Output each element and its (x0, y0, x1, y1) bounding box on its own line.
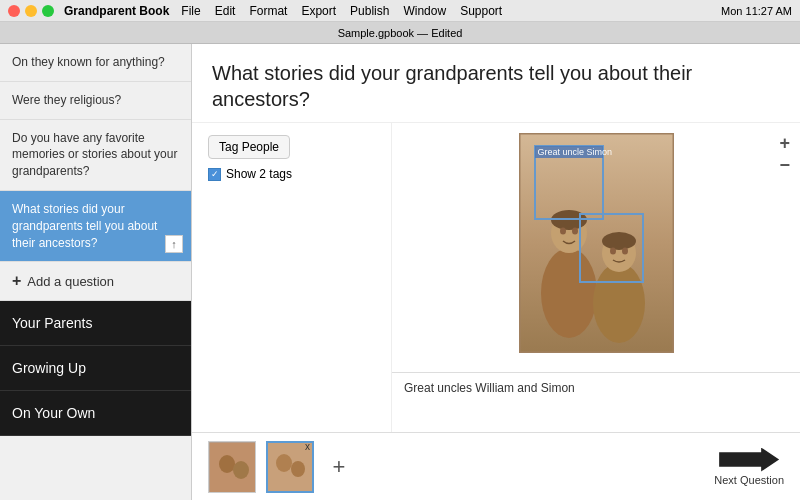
sidebar-question-4[interactable]: What stories did your grandparents tell … (0, 191, 191, 262)
content-area: What stories did your grandparents tell … (192, 44, 800, 500)
content-right-panel: + − (392, 123, 800, 432)
menu-window[interactable]: Window (403, 4, 446, 18)
menu-support[interactable]: Support (460, 4, 502, 18)
caption-area[interactable]: Great uncles William and Simon (392, 372, 800, 432)
tag-box-1: Great uncle Simon (534, 145, 604, 220)
upload-icon[interactable]: ↑ (165, 235, 183, 253)
svg-point-5 (560, 228, 566, 235)
next-arrow-icon (719, 448, 779, 472)
svg-point-15 (233, 461, 249, 479)
thumbnail-1-img (209, 442, 256, 493)
add-question-label: Add a question (27, 274, 114, 289)
time-display: Mon 11:27 AM (721, 5, 792, 17)
show-tags-label: Show 2 tags (226, 167, 292, 181)
sidebar-section-growing-up[interactable]: Growing Up (0, 346, 191, 391)
tag-box-2 (579, 213, 644, 283)
remove-tag-button[interactable]: − (779, 155, 790, 176)
show-tags-checkbox[interactable]: ✓ (208, 168, 221, 181)
next-question-label: Next Question (714, 474, 784, 486)
main-area: On they known for anything? Were they re… (0, 44, 800, 500)
next-question-button[interactable]: Next Question (714, 448, 784, 486)
content-left-panel: Tag People ✓ Show 2 tags (192, 123, 392, 432)
menubar-right: Mon 11:27 AM (721, 5, 792, 17)
add-question-button[interactable]: + Add a question (0, 262, 191, 301)
sidebar-question-1[interactable]: On they known for anything? (0, 44, 191, 82)
sidebar-section-on-your-own[interactable]: On Your Own (0, 391, 191, 436)
thumbnail-close-icon[interactable]: x (305, 441, 310, 452)
menubar: Grandparent Book File Edit Format Export… (0, 0, 800, 22)
menu-export[interactable]: Export (301, 4, 336, 18)
menu-format[interactable]: Format (249, 4, 287, 18)
sidebar-question-2[interactable]: Were they religious? (0, 82, 191, 120)
bottom-strip: x + Next Question (192, 432, 800, 500)
menu-file[interactable]: File (181, 4, 200, 18)
content-header: What stories did your grandparents tell … (192, 44, 800, 123)
tag-label-1: Great uncle Simon (535, 146, 603, 158)
thumbnail-1[interactable] (208, 441, 256, 493)
close-button[interactable] (8, 5, 20, 17)
minimize-button[interactable] (25, 5, 37, 17)
app-name: Grandparent Book (64, 4, 169, 18)
sidebar: On they known for anything? Were they re… (0, 44, 192, 500)
content-title: What stories did your grandparents tell … (212, 60, 780, 112)
sidebar-question-3[interactable]: Do you have any favorite memories or sto… (0, 120, 191, 191)
tabbar: Sample.gpbook — Edited (0, 22, 800, 44)
tab-label: Sample.gpbook — Edited (338, 27, 463, 39)
show-tags-row: ✓ Show 2 tags (208, 167, 375, 181)
traffic-lights (8, 5, 54, 17)
menu-edit[interactable]: Edit (215, 4, 236, 18)
sidebar-section-your-parents[interactable]: Your Parents (0, 301, 191, 346)
svg-point-18 (276, 454, 292, 472)
thumbnail-2[interactable]: x (266, 441, 314, 493)
photo-image[interactable]: Great uncle Simon (519, 133, 674, 353)
photo-container: Great uncle Simon (519, 133, 674, 353)
add-tag-button[interactable]: + (779, 133, 790, 154)
menu-items: File Edit Format Export Publish Window S… (181, 4, 721, 18)
svg-point-19 (291, 461, 305, 477)
caption-text: Great uncles William and Simon (404, 381, 575, 395)
tag-people-button[interactable]: Tag People (208, 135, 290, 159)
add-photo-button[interactable]: + (324, 452, 354, 482)
svg-point-6 (572, 228, 578, 235)
plus-icon: + (12, 272, 21, 290)
svg-point-14 (219, 455, 235, 473)
content-body: Tag People ✓ Show 2 tags + − (192, 123, 800, 432)
menu-publish[interactable]: Publish (350, 4, 389, 18)
maximize-button[interactable] (42, 5, 54, 17)
photo-area: + − (392, 123, 800, 372)
